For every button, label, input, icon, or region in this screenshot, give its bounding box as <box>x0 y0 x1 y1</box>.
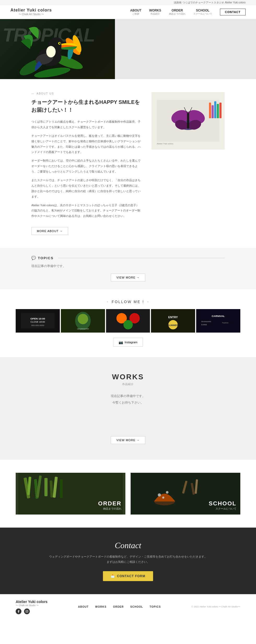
topics-btn-wrap: VIEW MORE → <box>31 274 225 281</box>
instagram-grid: OPEN 10:00 CLOSE 18:00 000-000-0000 cacp… <box>16 309 240 333</box>
about-photo: Atelier Yuki colors <box>152 92 225 150</box>
facebook-icon[interactable] <box>16 608 21 614</box>
about-content: ABOUT US チョークアートから生まれるHAPPY SMILEをお届けしたい… <box>31 92 141 235</box>
svg-text:SUMMER: SUMMER <box>168 324 178 327</box>
about-image-area: Atelier Yuki colors <box>152 92 225 150</box>
svg-text:CARNIVAL: CARNIVAL <box>212 315 225 317</box>
order-box[interactable]: ORDER 納品までの流れ <box>16 473 125 515</box>
follow-title: FOLLOW ME ! <box>16 300 240 304</box>
footer-nav-works[interactable]: WORKS <box>95 605 106 608</box>
nav-order[interactable]: ORDER 納品までの流れ <box>169 9 185 16</box>
footer-nav-topics[interactable]: TOPICS <box>150 605 161 608</box>
footer-nav-order[interactable]: ORDER <box>113 605 124 608</box>
svg-text:cacperacche: cacperacche <box>77 328 89 330</box>
works-btn-wrap: VIEW MORE → <box>31 436 225 444</box>
works-view-more-button[interactable]: VIEW MORE → <box>111 436 145 444</box>
instagram-item-5[interactable]: CARNIVAL Accessories Exhibit Fashion <box>196 309 240 333</box>
more-about-button[interactable]: MORE ABOUT → <box>31 227 68 235</box>
site-header: Atelier Yuki colors 〜 Chalk Art Studio 〜… <box>0 5 256 19</box>
contact-form-icon: 📩 <box>111 574 115 578</box>
svg-point-33 <box>78 314 88 324</box>
topics-divider <box>58 258 225 258</box>
topics-icon: 💬 <box>31 256 36 260</box>
footer-nav-about[interactable]: ABOUT <box>78 605 89 608</box>
about-photo-svg: Atelier Yuki colors <box>152 92 225 150</box>
school-box[interactable]: SCHOOL スクールについて <box>131 473 240 515</box>
order-school-section: ORDER 納品までの流れ SCHOOL スクールについて <box>0 460 256 528</box>
instagram-button[interactable]: 📷 Instagram <box>113 338 143 347</box>
about-text-1: つくば市にアトリエの拠点を構え、チョークアートボードの着板制作や作品販売、子供か… <box>31 119 141 130</box>
svg-rect-23 <box>217 104 219 118</box>
school-label: SCHOOL スクールについて <box>209 500 236 511</box>
svg-text:CLOSE 18:00: CLOSE 18:00 <box>31 321 45 323</box>
svg-text:Atelier Yuki colors: Atelier Yuki colors <box>157 143 173 145</box>
footer-nav-school[interactable]: SCHOOL <box>130 605 143 608</box>
works-title: WORKS <box>31 373 225 381</box>
instagram-icon: 📷 <box>119 340 123 344</box>
svg-rect-22 <box>214 101 216 118</box>
footer-copyright: © 2022 Atelier Yuki colors 〜Chalk Art St… <box>191 605 240 608</box>
nav-school[interactable]: SCHOOL スクールについて <box>193 9 212 16</box>
footer-logo-sub: 〜 Chalk Art Studio 〜 <box>16 604 48 607</box>
footer-nav: ABOUT WORKS ORDER SCHOOL TOPICS <box>78 605 161 608</box>
svg-point-38 <box>123 320 133 329</box>
instagram-item-3[interactable] <box>106 309 150 333</box>
svg-text:ENTRY: ENTRY <box>168 316 178 319</box>
toucan-illustration <box>16 20 89 78</box>
hero-right-area <box>115 19 256 79</box>
site-logo: Atelier Yuki colors 〜 Chalk Art Studio 〜 <box>10 8 52 16</box>
svg-text:Accessories: Accessories <box>201 321 211 322</box>
svg-text:Exhibit: Exhibit <box>201 324 207 326</box>
order-label: ORDER 納品までの流れ <box>98 500 121 511</box>
about-text-5: Atelier Yuki colorsは、夫のサポートとマスコットのぽっちゃり王… <box>31 203 141 219</box>
header-contact-button[interactable]: CONTACT <box>220 9 246 15</box>
svg-point-66 <box>26 611 27 612</box>
svg-point-9 <box>59 43 61 44</box>
topics-header: 💬 TOPICS <box>31 256 225 260</box>
about-section: ABOUT US チョークアートから生まれるHAPPY SMILEをお届けしたい… <box>0 79 256 248</box>
contact-title: Contact <box>10 541 246 550</box>
instagram-item-2[interactable]: cacperacche <box>61 309 105 333</box>
about-text-4: またスクールでは、チョークアートの楽しさや特別だけでなく、「自分の作品はきちんと… <box>31 178 141 199</box>
contact-dark-section: Contact ウェディングボードやチョークアートボードの着板制作など、デザイン… <box>0 528 256 594</box>
instagram-btn-label: Instagram <box>125 341 137 344</box>
topics-view-more-button[interactable]: VIEW MORE → <box>111 274 145 281</box>
logo-sub: 〜 Chalk Art Studio 〜 <box>10 13 52 16</box>
svg-rect-21 <box>212 105 214 118</box>
follow-section: FOLLOW ME ! OPEN 10:00 CLOSE 18:00 000-0… <box>0 289 256 357</box>
topbar-text: 淡路南 つくばでのチョークアートスタジオ Atelier Yuki colors <box>174 1 246 4</box>
works-text-2: 今暫くお待ち下さい。 <box>31 400 225 405</box>
works-subtitle: 作品紹介 <box>31 382 225 386</box>
hero-image: TROPICAL <box>0 19 115 79</box>
topics-section: 💬 TOPICS 現在記事の準備中です。 VIEW MORE → <box>0 248 256 289</box>
about-section-label: ABOUT US <box>31 92 141 95</box>
instagram-footer-icon[interactable] <box>24 608 30 614</box>
about-text-3: オーダー制作においては、空の中に絵の上手な人たちくさんいる中、わたしを選んでオー… <box>31 158 141 174</box>
svg-text:000-000-0000: 000-000-0000 <box>31 324 44 327</box>
nav-about[interactable]: ABOUT ご挨拶 <box>130 9 141 16</box>
svg-point-67 <box>27 610 28 611</box>
footer-social-icons <box>16 608 48 614</box>
hero-section: TROPICAL <box>0 19 256 79</box>
instagram-item-1[interactable]: OPEN 10:00 CLOSE 18:00 000-000-0000 <box>16 309 60 333</box>
svg-rect-20 <box>209 103 211 118</box>
svg-rect-19 <box>187 113 189 129</box>
contact-form-button[interactable]: 📩 CONTACT FORM <box>103 571 153 581</box>
works-section: WORKS 作品紹介 現在記事の準備中です。 今暫くお待ち下さい。 VIEW M… <box>0 357 256 460</box>
svg-text:OPEN 10:00: OPEN 10:00 <box>30 317 45 320</box>
footer-left: Atelier Yuki colors 〜 Chalk Art Studio 〜 <box>16 600 48 614</box>
instagram-item-4[interactable]: ENTRY SUMMER <box>151 309 195 333</box>
footer-logo: Atelier Yuki colors 〜 Chalk Art Studio 〜 <box>16 600 48 607</box>
footer: Atelier Yuki colors 〜 Chalk Art Studio 〜… <box>0 594 256 619</box>
main-nav: ABOUT ご挨拶 WORKS 作品紹介 ORDER 納品までの流れ SCHOO… <box>130 9 246 16</box>
instagram-btn-wrap: 📷 Instagram <box>16 338 240 347</box>
nav-works[interactable]: WORKS 作品紹介 <box>149 9 161 16</box>
about-title: チョークアートから生まれるHAPPY SMILEをお届けしたい！！ <box>31 98 141 114</box>
works-text-1: 現在記事の準備中です。 <box>31 394 225 398</box>
contact-form-btn-label: CONTACT FORM <box>117 574 145 578</box>
svg-text:Fashion: Fashion <box>222 322 229 324</box>
topics-label: TOPICS <box>38 256 54 260</box>
footer-logo-title: Atelier Yuki colors <box>16 600 48 604</box>
contact-desc: ウェディングボードやチョークアートボードの着板制作など、デザイン・ご見積等を含め… <box>10 554 246 565</box>
svg-rect-24 <box>219 103 222 118</box>
